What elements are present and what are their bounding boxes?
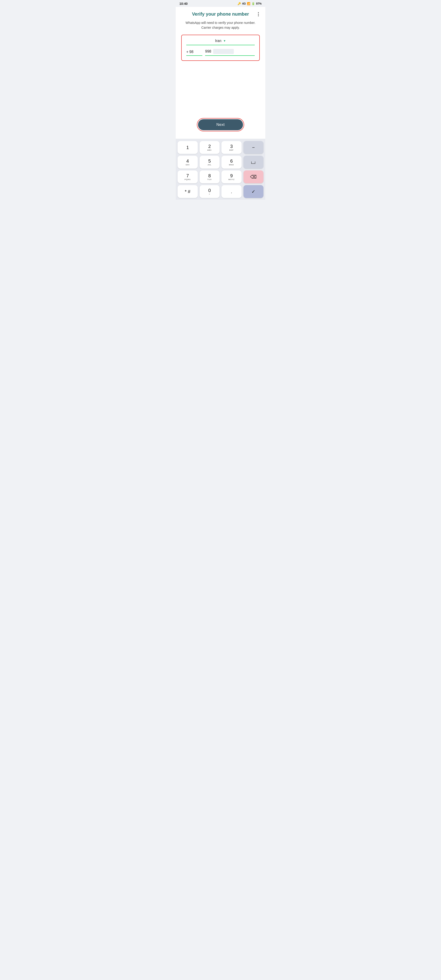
status-bar: 10:40 🔑 4G 📶 🔋 97% <box>176 0 265 7</box>
dot1 <box>258 12 259 13</box>
key-sub-label: + <box>209 193 210 195</box>
key-main-label: 0 <box>209 188 211 193</box>
keyboard-key-6[interactable]: 6MNO <box>221 156 242 169</box>
status-right: 🔑 4G 📶 🔋 97% <box>237 2 262 5</box>
key-main-label: . <box>231 189 232 194</box>
next-button-wrapper: Next <box>197 118 244 131</box>
country-code-value: 98 <box>189 50 193 54</box>
key-main-label: − <box>252 145 255 150</box>
plus-sign: + <box>186 50 188 54</box>
keyboard-key-3[interactable]: 3DEF <box>221 141 242 154</box>
key-main-label: 7 <box>186 173 189 178</box>
keyboard-key-⌴[interactable]: ⌴ <box>244 156 264 169</box>
keyboard-key-1[interactable]: 1 <box>178 141 198 154</box>
country-selector[interactable]: Iran ▼ <box>186 39 255 45</box>
key-icon: 🔑 <box>237 2 241 5</box>
country-code-field[interactable]: + 98 <box>186 50 202 56</box>
key-main-label: ⌴ <box>251 160 256 164</box>
key-main-label: 1 <box>186 145 189 150</box>
keyboard-key-9[interactable]: 9WXYZ <box>221 170 242 183</box>
key-main-label: 3 <box>230 144 232 149</box>
key-main-label: 6 <box>230 159 232 163</box>
key-sub-label: ABC <box>207 149 212 151</box>
status-time: 10:40 <box>179 2 188 5</box>
keyboard-key-7[interactable]: 7PQRS <box>178 170 198 183</box>
key-main-label: 2 <box>209 144 211 149</box>
key-main-label: 5 <box>209 159 211 163</box>
key-sub-label: TUV <box>207 178 212 181</box>
header-row: Verify your phone number <box>181 11 260 17</box>
key-main-label: ✓ <box>252 189 255 194</box>
next-button-container: Next <box>181 118 260 131</box>
dot2 <box>258 14 259 15</box>
main-content: Verify your phone number WhatsApp will n… <box>176 7 265 139</box>
phone-frame: 10:40 🔑 4G 📶 🔋 97% Verify your phone num… <box>176 0 265 200</box>
key-main-label: 4 <box>186 159 189 163</box>
phone-prefix: 998 <box>205 49 211 54</box>
key-main-label: 8 <box>209 173 211 178</box>
country-name: Iran <box>215 39 221 43</box>
key-main-label: 9 <box>230 173 232 178</box>
keyboard: 12ABC3DEF−4GHI5JKL6MNO⌴7PQRS8TUV9WXYZ⌫* … <box>176 139 265 200</box>
keyboard-key-✓[interactable]: ✓ <box>244 185 264 198</box>
key-sub-label: JKL <box>208 164 212 166</box>
key-sub-label: MNO <box>229 164 234 166</box>
signal-icon: 📶 <box>247 2 250 5</box>
network-label: 4G <box>242 2 246 5</box>
dot3 <box>258 15 259 16</box>
keyboard-key-0[interactable]: 0+ <box>200 185 220 198</box>
keyboard-key-.[interactable]: . <box>221 185 242 198</box>
phone-suffix-placeholder <box>213 49 234 54</box>
key-sub-label: GHI <box>186 164 189 166</box>
keyboard-key-−[interactable]: − <box>244 141 264 154</box>
key-sub-label: PQRS <box>185 178 191 181</box>
phone-input-box: Iran ▼ + 98 998 <box>181 35 260 61</box>
key-sub-label: WXYZ <box>228 178 234 181</box>
next-button[interactable]: Next <box>198 119 243 130</box>
keyboard-key-⌫[interactable]: ⌫ <box>244 170 264 183</box>
key-main-label: ⌫ <box>250 175 256 179</box>
keyboard-key-2[interactable]: 2ABC <box>200 141 220 154</box>
phone-number-row: + 98 998 <box>186 49 255 56</box>
key-main-label: * # <box>185 189 190 194</box>
keyboard-key-8[interactable]: 8TUV <box>200 170 220 183</box>
dropdown-arrow-icon: ▼ <box>223 39 226 43</box>
phone-number-field[interactable]: 998 <box>205 49 255 56</box>
keyboard-key-4[interactable]: 4GHI <box>178 156 198 169</box>
more-menu-button[interactable] <box>257 11 260 17</box>
keyboard-key-*#[interactable]: * # <box>178 185 198 198</box>
keyboard-key-5[interactable]: 5JKL <box>200 156 220 169</box>
page-title: Verify your phone number <box>192 11 249 17</box>
battery-icon: 🔋 <box>252 2 255 5</box>
description-text: WhatsApp will need to verify your phone … <box>181 21 260 30</box>
battery-level: 97% <box>256 2 262 5</box>
key-sub-label: DEF <box>229 149 234 151</box>
